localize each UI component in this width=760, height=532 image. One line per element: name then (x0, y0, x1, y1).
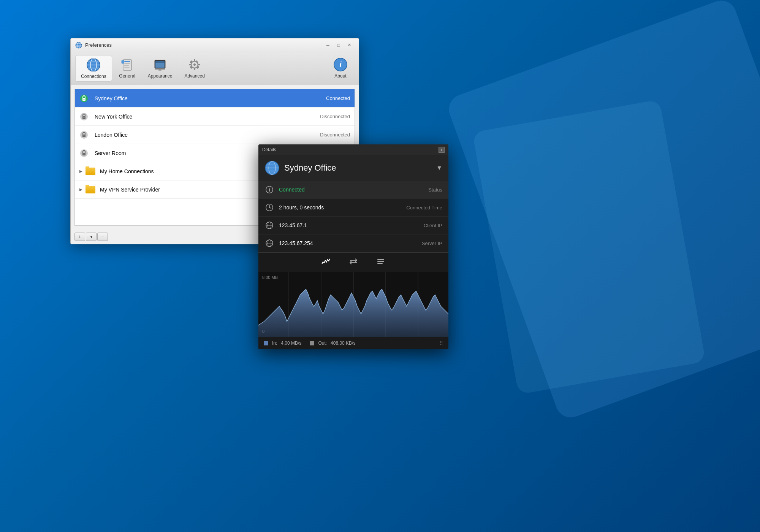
remove-connection-button[interactable]: − (97, 233, 108, 241)
details-info: i Connected Status 2 hours, 0 seconds Co… (258, 181, 448, 252)
svg-rect-25 (189, 64, 192, 65)
close-button[interactable]: ✕ (344, 41, 354, 49)
svg-line-54 (269, 207, 271, 208)
client-ip-label: Client IP (424, 223, 442, 228)
svg-rect-62 (377, 261, 384, 262)
server-ip-icon (264, 238, 274, 248)
folder-icon-vpn (86, 186, 95, 193)
details-panel-title: Details (262, 147, 276, 152)
connection-newyork[interactable]: New York Office Disconnected (75, 108, 355, 126)
svg-rect-63 (377, 263, 383, 264)
tab-advanced[interactable]: Advanced (179, 55, 210, 82)
folder-icon-home (86, 168, 95, 175)
details-panel: Details x Sydney Office ▼ i C (258, 144, 448, 349)
details-header: Sydney Office ▼ (258, 155, 448, 181)
svg-point-38 (84, 117, 84, 118)
svg-rect-61 (377, 259, 384, 260)
chart-tab-graph[interactable] (318, 256, 334, 269)
chart-area: 8.00 MB 0 (258, 272, 448, 337)
window-controls: ─ □ ✕ (323, 41, 354, 49)
folder-arrow-vpn: ▶ (79, 187, 82, 192)
chart-footer: In: 4.00 MB/s Out: 408.00 KB/s ⠿ (258, 337, 448, 349)
connection-london-name: London Office (95, 132, 320, 138)
folder-arrow-home: ▶ (79, 169, 82, 173)
connection-sydney[interactable]: Sydney Office Connected (75, 89, 355, 108)
chart-tab-transfer[interactable] (345, 256, 361, 269)
svg-rect-24 (194, 68, 195, 70)
in-legend-value: 4.00 MB/s (281, 340, 301, 346)
out-legend-value: 408.00 KB/s (331, 340, 355, 346)
lock-icon-newyork (79, 112, 89, 121)
lock-icon-server (79, 149, 89, 158)
maximize-button[interactable]: □ (334, 41, 344, 49)
server-ip-value: 123.45.67.254 (279, 240, 422, 246)
svg-rect-11 (124, 61, 130, 62)
chart-tabs (258, 252, 448, 272)
svg-rect-26 (198, 64, 200, 65)
connection-sydney-name: Sydney Office (95, 95, 326, 101)
about-icon: i (333, 57, 348, 72)
svg-point-35 (84, 99, 84, 100)
tab-appearance-label: Appearance (148, 73, 173, 79)
tab-general[interactable]: General (114, 55, 141, 82)
add-submenu-button[interactable]: ▾ (86, 233, 97, 241)
chart-tab-list[interactable] (373, 256, 389, 269)
tab-connections-label: Connections (81, 74, 106, 79)
status-label: Status (428, 187, 442, 193)
info-row-client-ip: 123.45.67.1 Client IP (258, 217, 448, 234)
connection-london-status: Disconnected (320, 132, 350, 138)
svg-text:i: i (269, 187, 270, 193)
resize-handle[interactable]: ⠿ (439, 340, 443, 346)
svg-rect-20 (158, 70, 162, 71)
tab-general-label: General (119, 73, 135, 79)
svg-rect-23 (194, 59, 195, 62)
svg-rect-18 (155, 61, 165, 63)
svg-rect-12 (124, 63, 130, 64)
connection-newyork-name: New York Office (95, 114, 320, 120)
connection-sydney-status: Connected (326, 95, 350, 101)
connections-icon (86, 58, 101, 72)
time-icon (264, 203, 274, 212)
add-connection-button[interactable]: + (74, 233, 85, 241)
tab-connections[interactable]: Connections (75, 55, 112, 82)
in-legend-box (264, 341, 268, 345)
svg-rect-15 (122, 60, 124, 63)
client-ip-value: 123.45.67.1 (279, 222, 424, 228)
svg-point-44 (84, 154, 84, 154)
toolbar: Connections General (71, 52, 359, 85)
tab-about-label: About (334, 73, 346, 79)
minimize-button[interactable]: ─ (323, 41, 333, 49)
appearance-icon (153, 57, 167, 72)
app-icon (75, 42, 82, 49)
lock-icon-london (79, 130, 89, 139)
time-value: 2 hours, 0 seconds (279, 204, 406, 211)
status-icon: i (264, 185, 274, 195)
client-ip-icon (264, 220, 274, 230)
svg-rect-13 (124, 65, 129, 66)
server-ip-label: Server IP (422, 241, 442, 246)
general-icon (120, 57, 135, 72)
details-close-button[interactable]: x (439, 147, 445, 153)
svg-rect-19 (155, 68, 165, 70)
time-label: Connected Time (406, 205, 442, 211)
tab-about[interactable]: i About (327, 55, 354, 82)
info-row-time: 2 hours, 0 seconds Connected Time (258, 199, 448, 217)
window-titlebar: Preferences ─ □ ✕ (71, 38, 359, 52)
svg-rect-14 (124, 67, 130, 68)
tab-appearance[interactable]: Appearance (142, 55, 178, 82)
details-connection-name: Sydney Office (284, 163, 432, 173)
status-value: Connected (279, 187, 428, 193)
svg-point-22 (193, 63, 196, 66)
svg-text:i: i (339, 60, 342, 69)
info-row-server-ip: 123.45.67.254 Server IP (258, 234, 448, 252)
details-titlebar: Details x (258, 144, 448, 155)
out-legend-label: Out: (318, 340, 327, 346)
in-legend-label: In: (272, 340, 277, 346)
details-dropdown-button[interactable]: ▼ (436, 165, 442, 171)
lock-icon-sydney (79, 94, 89, 103)
window-title: Preferences (85, 42, 323, 48)
svg-point-41 (84, 135, 84, 136)
tab-advanced-label: Advanced (184, 73, 204, 79)
details-globe-icon (264, 160, 280, 176)
connection-london[interactable]: London Office Disconnected (75, 126, 355, 144)
